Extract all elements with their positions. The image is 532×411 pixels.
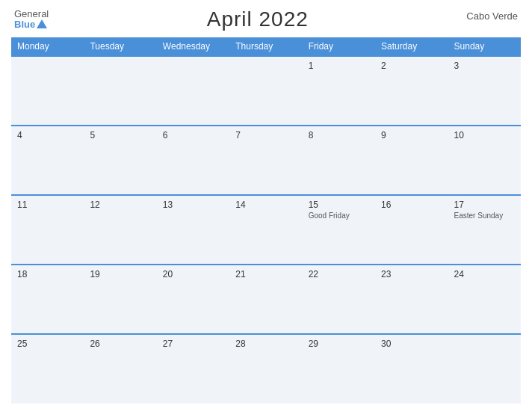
holiday-name: Good Friday bbox=[309, 211, 369, 220]
day-number: 8 bbox=[309, 130, 369, 140]
day-number: 15 bbox=[309, 200, 369, 210]
logo-blue: Blue bbox=[14, 19, 35, 30]
calendar-cell: 16 bbox=[375, 195, 448, 265]
calendar-cell: 27 bbox=[157, 334, 229, 404]
day-number: 6 bbox=[163, 130, 223, 140]
day-number: 25 bbox=[17, 339, 78, 349]
calendar-week-row: 123 bbox=[11, 56, 521, 126]
calendar-cell: 23 bbox=[375, 265, 448, 334]
calendar-cell: 10 bbox=[448, 126, 521, 195]
calendar-week-row: 18192021222324 bbox=[11, 265, 521, 334]
header-friday: Friday bbox=[303, 37, 375, 56]
day-number: 9 bbox=[381, 130, 442, 140]
day-number: 20 bbox=[163, 269, 223, 279]
day-number: 5 bbox=[90, 130, 150, 140]
calendar-cell: 17Easter Sunday bbox=[448, 195, 521, 265]
day-number: 22 bbox=[309, 269, 369, 279]
day-number: 12 bbox=[90, 200, 150, 210]
calendar-cell: 30 bbox=[375, 334, 448, 404]
day-number: 7 bbox=[235, 130, 296, 140]
header-monday: Monday bbox=[11, 37, 84, 56]
day-number: 27 bbox=[163, 339, 223, 349]
calendar-cell bbox=[229, 56, 302, 126]
day-number: 29 bbox=[309, 339, 369, 349]
calendar-cell: 26 bbox=[84, 334, 156, 404]
holiday-name: Easter Sunday bbox=[454, 211, 515, 220]
header-tuesday: Tuesday bbox=[84, 37, 156, 56]
day-number: 17 bbox=[454, 200, 515, 210]
calendar-week-row: 45678910 bbox=[11, 126, 521, 195]
day-number: 28 bbox=[235, 339, 296, 349]
day-number: 16 bbox=[381, 200, 442, 210]
logo-triangle-icon bbox=[37, 19, 47, 28]
country-label: Cabo Verde bbox=[466, 10, 518, 22]
calendar-cell: 13 bbox=[157, 195, 229, 265]
calendar-cell: 29 bbox=[303, 334, 375, 404]
calendar-cell: 25 bbox=[11, 334, 84, 404]
day-number: 3 bbox=[454, 61, 515, 71]
header-thursday: Thursday bbox=[229, 37, 302, 56]
day-number: 30 bbox=[381, 339, 442, 349]
calendar-cell bbox=[448, 334, 521, 404]
calendar-cell: 14 bbox=[229, 195, 302, 265]
calendar-cell: 19 bbox=[84, 265, 156, 334]
calendar-table: Monday Tuesday Wednesday Thursday Friday… bbox=[11, 37, 521, 404]
weekday-header-row: Monday Tuesday Wednesday Thursday Friday… bbox=[11, 37, 521, 56]
calendar-header: General Blue April 2022 Cabo Verde bbox=[11, 7, 521, 31]
calendar-cell: 18 bbox=[11, 265, 84, 334]
header-sunday: Sunday bbox=[448, 37, 521, 56]
calendar-cell bbox=[84, 56, 156, 126]
month-title: April 2022 bbox=[207, 7, 309, 31]
calendar-cell: 20 bbox=[157, 265, 229, 334]
calendar-cell bbox=[157, 56, 229, 126]
day-number: 23 bbox=[381, 269, 442, 279]
day-number: 2 bbox=[381, 61, 442, 71]
day-number: 13 bbox=[163, 200, 223, 210]
calendar-cell: 2 bbox=[375, 56, 448, 126]
calendar-cell bbox=[11, 56, 84, 126]
calendar-cell: 7 bbox=[229, 126, 302, 195]
calendar-cell: 28 bbox=[229, 334, 302, 404]
day-number: 24 bbox=[454, 269, 515, 279]
calendar-cell: 5 bbox=[84, 126, 156, 195]
calendar-cell: 6 bbox=[157, 126, 229, 195]
calendar-cell: 22 bbox=[303, 265, 375, 334]
calendar-cell: 4 bbox=[11, 126, 84, 195]
calendar-cell: 11 bbox=[11, 195, 84, 265]
day-number: 11 bbox=[17, 200, 78, 210]
calendar-week-row: 1112131415Good Friday1617Easter Sunday bbox=[11, 195, 521, 265]
day-number: 21 bbox=[235, 269, 296, 279]
calendar-cell: 3 bbox=[448, 56, 521, 126]
day-number: 4 bbox=[17, 130, 78, 140]
day-number: 10 bbox=[454, 130, 515, 140]
day-number: 18 bbox=[17, 269, 78, 279]
day-number: 14 bbox=[235, 200, 296, 210]
calendar-cell: 24 bbox=[448, 265, 521, 334]
header-wednesday: Wednesday bbox=[157, 37, 229, 56]
calendar-cell: 9 bbox=[375, 126, 448, 195]
calendar-cell: 1 bbox=[303, 56, 375, 126]
day-number: 26 bbox=[90, 339, 150, 349]
calendar-cell: 21 bbox=[229, 265, 302, 334]
day-number: 19 bbox=[90, 269, 150, 279]
logo: General Blue bbox=[14, 9, 49, 31]
calendar-cell: 8 bbox=[303, 126, 375, 195]
logo-general: General bbox=[14, 9, 49, 19]
header-saturday: Saturday bbox=[375, 37, 448, 56]
calendar-cell: 15Good Friday bbox=[303, 195, 375, 265]
calendar-cell: 12 bbox=[84, 195, 156, 265]
calendar-week-row: 252627282930 bbox=[11, 334, 521, 404]
day-number: 1 bbox=[309, 61, 369, 71]
